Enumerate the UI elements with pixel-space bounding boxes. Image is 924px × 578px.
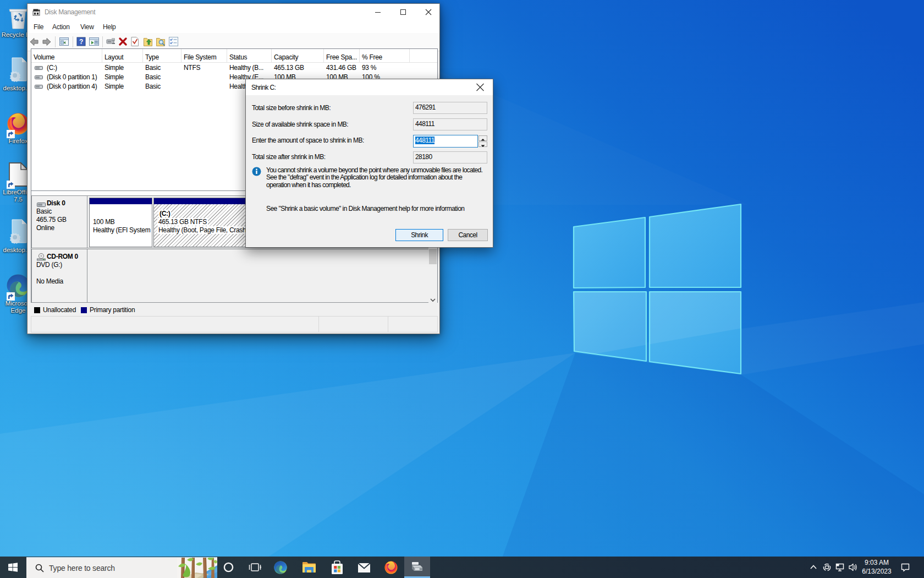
- svg-text:?: ?: [79, 38, 83, 46]
